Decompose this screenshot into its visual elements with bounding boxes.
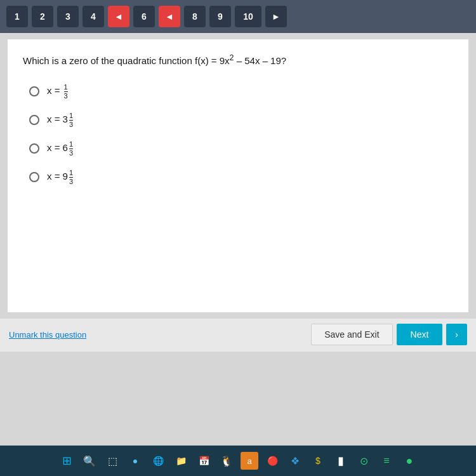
text-icon[interactable]: a: [241, 452, 258, 470]
browser-icon[interactable]: ●: [126, 452, 144, 470]
navigation-bar: 1 2 3 4 ◄ 6 ◄ 8 9 10 ►: [0, 0, 476, 33]
option-a-row: x = 13: [29, 84, 453, 100]
nav-btn-3[interactable]: 3: [57, 6, 79, 27]
option-b-row: x = 313: [29, 112, 453, 128]
fraction-b: 13: [69, 112, 73, 128]
nav-btn-10[interactable]: 10: [235, 6, 261, 27]
content-wrapper: Which is a zero of the quadratic functio…: [0, 33, 476, 476]
nav-btn-6[interactable]: 6: [133, 6, 155, 27]
next-button[interactable]: Next: [397, 324, 443, 345]
action-buttons: Save and Exit Next ›: [311, 324, 467, 345]
nav-btn-2[interactable]: 2: [32, 6, 53, 27]
folder-icon[interactable]: 📁: [172, 452, 190, 470]
option-d-row: x = 913: [29, 169, 453, 185]
nav-btn-back2[interactable]: ◄: [159, 6, 180, 27]
battery-icon[interactable]: ▮: [332, 452, 350, 470]
globe-icon[interactable]: 🌐: [149, 452, 167, 470]
network-icon[interactable]: ⊙: [355, 452, 373, 470]
option-c-row: x = 613: [29, 141, 453, 157]
option-d-text: x = 913: [47, 169, 73, 185]
unmark-button[interactable]: Unmark this question: [9, 330, 86, 340]
notification-icon[interactable]: ●: [400, 452, 418, 470]
nav-btn-back[interactable]: ◄: [108, 6, 129, 27]
nav-btn-1[interactable]: 1: [6, 6, 28, 27]
indicator-icon[interactable]: 🔴: [263, 452, 281, 470]
skip-button[interactable]: ›: [446, 324, 467, 345]
taskview-icon[interactable]: ⬚: [103, 452, 121, 470]
nav-btn-forward[interactable]: ►: [265, 6, 287, 27]
fraction-a: 13: [64, 84, 68, 100]
sound-icon[interactable]: ≡: [378, 452, 395, 470]
taskbar: ⊞ 🔍 ⬚ ● 🌐 📁 📅 🐧 a 🔴 ❖ $ ▮ ⊙ ≡ ●: [0, 446, 476, 476]
option-a-radio[interactable]: [29, 86, 39, 96]
option-c-radio[interactable]: [29, 143, 39, 154]
dropbox-icon[interactable]: ❖: [286, 452, 304, 470]
nav-btn-4[interactable]: 4: [83, 6, 104, 27]
option-b-radio[interactable]: [29, 115, 39, 125]
calendar-icon[interactable]: 📅: [195, 452, 213, 470]
question-text: Which is a zero of the quadratic functio…: [23, 52, 453, 69]
nav-btn-8[interactable]: 8: [184, 6, 206, 27]
fraction-d: 13: [69, 169, 73, 185]
mascot-icon[interactable]: 🐧: [218, 452, 235, 470]
option-c-text: x = 613: [47, 141, 73, 157]
action-bar: Unmark this question Save and Exit Next …: [0, 319, 476, 352]
nav-btn-9[interactable]: 9: [209, 6, 231, 27]
option-d-radio[interactable]: [29, 172, 39, 182]
dollar-icon[interactable]: $: [309, 452, 327, 470]
question-area: Which is a zero of the quadratic functio…: [8, 39, 468, 312]
option-b-text: x = 313: [47, 112, 73, 128]
search-icon[interactable]: 🔍: [81, 452, 98, 470]
option-a-text: x = 13: [47, 84, 68, 100]
fraction-c: 13: [69, 141, 73, 157]
save-exit-button[interactable]: Save and Exit: [311, 324, 392, 345]
answer-options: x = 13 x = 313 x = 613: [23, 84, 453, 185]
quiz-container: Which is a zero of the quadratic functio…: [0, 33, 476, 476]
windows-icon[interactable]: ⊞: [58, 452, 76, 470]
